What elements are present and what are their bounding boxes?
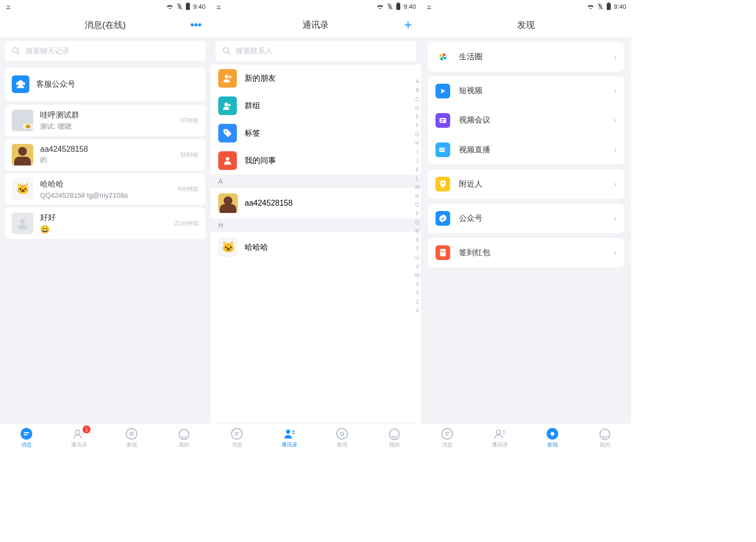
search-bar[interactable]: 搜索联系人 — [215, 41, 416, 61]
index-letter[interactable]: Y — [415, 290, 420, 298]
nav-messages[interactable]: 消息 — [210, 424, 263, 452]
discover-label: 公众号 — [459, 213, 614, 224]
nav-discover[interactable]: 发现 — [526, 424, 579, 452]
index-letter[interactable]: C — [415, 96, 420, 104]
index-letter[interactable]: S — [415, 237, 420, 245]
chat-row[interactable]: 🐱 哇呼测试群 测试: 嗯嗯 37秒前 — [5, 105, 206, 136]
discover-row[interactable]: 签到红包› — [428, 238, 624, 267]
index-letter[interactable]: M — [415, 184, 420, 192]
add-button[interactable]: + — [404, 17, 412, 33]
nav-messages[interactable]: 消息 — [0, 424, 53, 452]
index-letter[interactable]: Q — [415, 219, 420, 227]
nav-label: 发现 — [126, 441, 137, 448]
no-sim-icon — [177, 3, 183, 10]
tags-icon — [218, 124, 237, 142]
index-letter[interactable]: K — [415, 166, 420, 174]
svg-rect-5 — [16, 82, 18, 85]
index-letter[interactable]: R — [415, 228, 420, 236]
chat-row[interactable]: 🐱 哈哈哈 QQ424528158 tg@my2108a 4分钟前 — [5, 173, 206, 205]
alphabet-index[interactable]: ABCDEFGHIJKLMNOPQRSTUVWXYZ# — [415, 78, 420, 315]
nav-discover[interactable]: 发现 — [316, 424, 368, 452]
discover-row[interactable]: 视频会议› — [428, 106, 624, 135]
discover-row[interactable]: 生活圈› — [428, 42, 624, 71]
contact-row[interactable]: 🐱 哈哈哈 — [210, 232, 421, 262]
index-letter[interactable]: # — [415, 307, 420, 315]
chevron-right-icon: › — [614, 248, 617, 258]
service-account-row[interactable]: 客服公众号 — [5, 68, 206, 101]
menu-tags[interactable]: 标签 — [210, 119, 421, 147]
bottom-nav: 消息 1 通讯录 发现 我的 — [0, 423, 210, 452]
nav-label: 通讯录 — [281, 441, 298, 448]
index-letter[interactable]: U — [415, 255, 420, 262]
index-letter[interactable]: V — [415, 263, 420, 271]
chat-name: 好好 — [40, 212, 171, 223]
status-bar: 9:40 — [421, 0, 631, 13]
index-letter[interactable]: F — [415, 122, 420, 130]
index-letter[interactable]: Z — [415, 299, 420, 306]
index-letter[interactable]: I — [415, 149, 420, 157]
index-letter[interactable]: N — [415, 193, 420, 201]
chat-time: 37秒前 — [181, 117, 199, 125]
svg-point-22 — [225, 103, 228, 106]
svg-rect-38 — [439, 118, 446, 123]
nav-label: 通讯录 — [492, 441, 508, 448]
index-letter[interactable]: J — [415, 158, 420, 165]
index-letter[interactable]: B — [415, 87, 420, 95]
svg-rect-36 — [608, 2, 609, 3]
svg-point-54 — [600, 429, 610, 440]
screen-contacts: 9:40 通讯录 + 搜索联系人 新的朋友 群组 — [210, 0, 421, 452]
chat-preview: QQ424528158 tg@my2108a — [40, 191, 174, 199]
nav-contacts[interactable]: 1 通讯录 — [53, 424, 106, 452]
chat-preview: 测试: 嗯嗯 — [40, 122, 177, 131]
nav-contacts[interactable]: 通讯录 — [474, 424, 527, 452]
menu-groups[interactable]: 群组 — [210, 92, 421, 119]
discover-row[interactable]: 公众号› — [428, 204, 624, 233]
menu-label: 新的朋友 — [245, 73, 276, 84]
discover-row[interactable]: LIVE视频直播› — [428, 135, 624, 165]
index-letter[interactable]: X — [415, 281, 420, 289]
nav-mine[interactable]: 我的 — [368, 424, 421, 452]
pinwheel-icon — [435, 49, 450, 64]
index-letter[interactable]: A — [415, 78, 420, 86]
search-bar[interactable]: 搜索聊天记录 — [5, 41, 206, 61]
index-letter[interactable]: W — [415, 272, 420, 280]
chat-row[interactable]: aa424528158 的 56秒前 — [5, 139, 206, 170]
discover-row[interactable]: 附近人› — [428, 169, 624, 199]
discover-label: 短视频 — [459, 86, 614, 96]
index-letter[interactable]: D — [415, 105, 420, 113]
nav-contacts[interactable]: 通讯录 — [263, 424, 316, 452]
chevron-right-icon: › — [614, 86, 617, 96]
index-letter[interactable]: E — [415, 114, 420, 121]
page-title: 消息(在线) — [85, 19, 126, 31]
nav-mine[interactable]: 我的 — [158, 424, 211, 452]
index-letter[interactable]: T — [415, 246, 420, 254]
svg-point-8 — [21, 428, 32, 440]
menu-colleagues[interactable]: 我的同事 — [210, 147, 421, 174]
chevron-right-icon: › — [614, 179, 617, 189]
page-title: 通讯录 — [302, 19, 329, 31]
menu-new-friends[interactable]: 新的朋友 — [210, 65, 421, 92]
status-time: 9:40 — [193, 3, 206, 10]
svg-point-45 — [442, 251, 443, 253]
index-letter[interactable]: H — [415, 140, 420, 148]
contact-name: 哈哈哈 — [245, 242, 268, 253]
svg-point-26 — [231, 428, 242, 439]
nav-discover[interactable]: 发现 — [105, 424, 158, 452]
chat-icon — [441, 427, 454, 440]
svg-point-2 — [13, 47, 18, 53]
chat-row[interactable]: 好好 😄 21分钟前 — [5, 208, 206, 239]
more-button[interactable]: ••• — [190, 19, 202, 31]
index-letter[interactable]: L — [415, 175, 420, 183]
index-letter[interactable]: G — [415, 131, 420, 139]
discover-row[interactable]: 短视频› — [428, 76, 624, 106]
index-letter[interactable]: P — [415, 211, 420, 218]
mine-icon — [388, 427, 401, 440]
svg-point-7 — [20, 219, 25, 224]
index-letter[interactable]: O — [415, 202, 420, 210]
contact-row[interactable]: aa424528158 — [210, 188, 421, 218]
nav-mine[interactable]: 我的 — [579, 424, 632, 452]
nav-label: 消息 — [231, 441, 242, 448]
chat-icon — [20, 427, 33, 440]
nav-messages[interactable]: 消息 — [421, 424, 474, 452]
nav-label: 我的 — [179, 441, 189, 448]
